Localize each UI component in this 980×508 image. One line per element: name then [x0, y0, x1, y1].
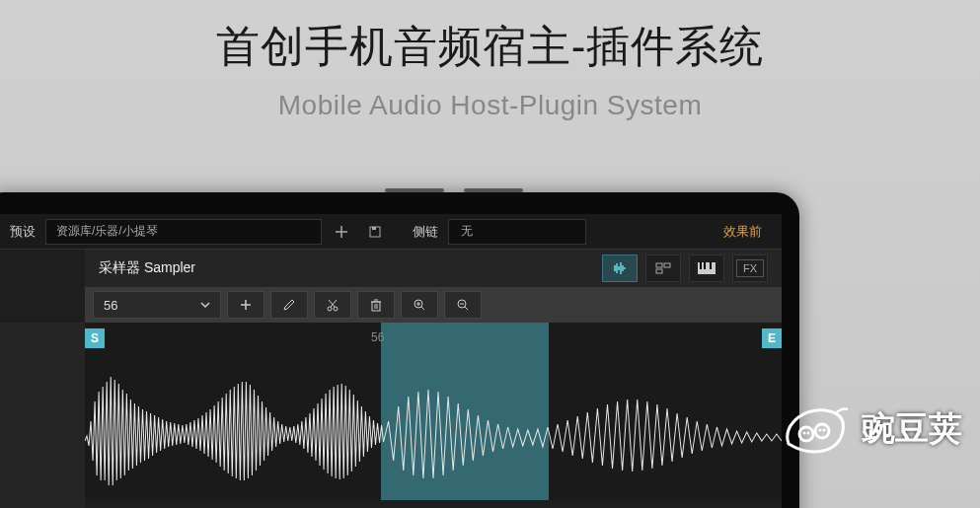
svg-point-10	[334, 307, 338, 311]
sampler-header: 采样器 Sampler FX	[85, 250, 782, 287]
zoom-in-button[interactable]	[401, 291, 438, 319]
waveform-display[interactable]: S E 56	[85, 323, 782, 500]
tablet-hardware-button	[385, 188, 444, 192]
svg-point-16	[803, 432, 806, 435]
svg-rect-3	[664, 263, 670, 267]
sampler-title: 采样器 Sampler	[99, 259, 594, 277]
sidechain-select[interactable]: 无	[448, 219, 586, 245]
sample-select-value: 56	[104, 298, 117, 313]
preset-label: 预设	[6, 223, 39, 241]
svg-rect-11	[372, 302, 380, 311]
app-screen: 预设 资源库/乐器/小提琴 侧链 无 效果前 采样器 Sampler	[0, 214, 782, 508]
title-chinese: 首创手机音频宿主-插件系统	[0, 18, 980, 76]
svg-rect-8	[710, 262, 712, 269]
tablet-device-frame: 预设 资源库/乐器/小提琴 侧链 无 效果前 采样器 Sampler	[0, 192, 799, 508]
watermark: 豌豆荚	[779, 399, 962, 459]
fx-tab-label: FX	[736, 259, 764, 277]
position-marker-label: 56	[371, 330, 384, 344]
start-marker[interactable]: S	[85, 328, 105, 348]
delete-button[interactable]	[357, 291, 395, 319]
svg-rect-2	[656, 263, 662, 267]
save-preset-button[interactable]	[361, 218, 389, 246]
waveform-graphic	[85, 323, 782, 500]
svg-point-14	[799, 427, 813, 441]
edit-button[interactable]	[270, 291, 308, 319]
fx-position-label[interactable]: 效果前	[723, 223, 762, 241]
svg-rect-1	[372, 227, 376, 230]
svg-point-9	[328, 307, 332, 311]
tablet-hardware-button	[464, 188, 523, 192]
svg-rect-6	[700, 262, 702, 269]
svg-point-15	[815, 424, 829, 438]
sidechain-label: 侧链	[409, 223, 442, 241]
svg-point-19	[823, 429, 826, 432]
fx-tab[interactable]: FX	[732, 254, 768, 282]
svg-point-17	[807, 432, 810, 435]
mapping-tab[interactable]	[645, 254, 681, 282]
left-panel-strip	[0, 323, 85, 508]
zoom-out-button[interactable]	[444, 291, 482, 319]
svg-rect-7	[704, 262, 706, 269]
preset-breadcrumb[interactable]: 资源库/乐器/小提琴	[45, 219, 322, 245]
add-preset-button[interactable]	[328, 218, 355, 246]
watermark-brand: 豌豆荚	[862, 406, 962, 452]
keyboard-tab[interactable]	[689, 254, 724, 282]
end-marker[interactable]: E	[762, 328, 782, 348]
svg-rect-4	[656, 269, 662, 273]
preset-toolbar: 预设 资源库/乐器/小提琴 侧链 无 效果前	[0, 214, 782, 250]
waveform-tab[interactable]	[602, 254, 638, 282]
sample-select-dropdown[interactable]: 56	[93, 291, 221, 319]
add-sample-button[interactable]	[227, 291, 264, 319]
pea-pod-icon	[779, 399, 850, 459]
sample-edit-toolbar: 56	[85, 287, 782, 323]
cut-button[interactable]	[314, 291, 351, 319]
title-english: Mobile Audio Host-Plugin System	[0, 90, 980, 121]
svg-point-18	[819, 429, 822, 432]
